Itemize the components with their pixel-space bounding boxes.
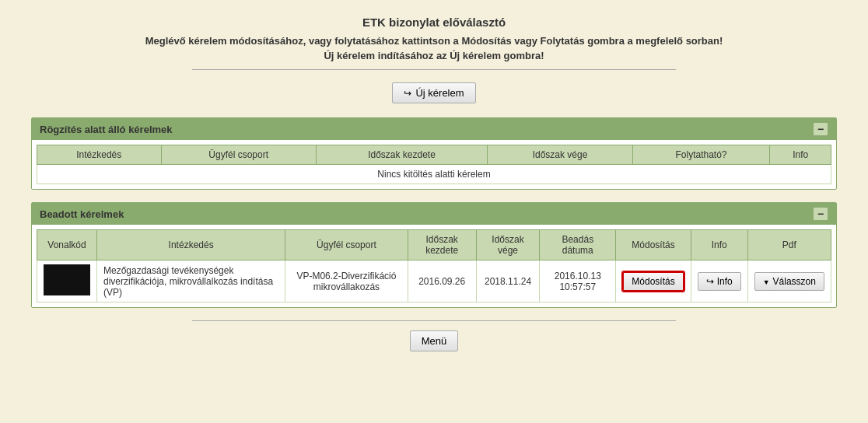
- col-info: Info: [770, 145, 831, 165]
- rogzites-no-data-message: Nincs kitöltés alatti kérelem: [37, 165, 831, 184]
- modositas-button[interactable]: Módosítás: [622, 271, 684, 292]
- info-arrow-icon: [706, 276, 714, 287]
- top-divider: [192, 69, 676, 70]
- rogzites-section-header: Rögzítés alatt álló kérelmek −: [32, 118, 836, 140]
- cell-ugyfel-csoport: VP-M06.2-Diverzifikáció mikrovállakozás: [285, 260, 408, 302]
- rogzites-section: Rögzítés alatt álló kérelmek − Intézkedé…: [31, 117, 837, 190]
- col-beadas-datuma: Beadás dátuma: [540, 230, 616, 260]
- info-label: Info: [717, 276, 733, 287]
- beadott-table: Vonalkód Intézkedés Ügyfél csoport Idősz…: [37, 229, 831, 302]
- cell-beadas-datuma: 2016.10.13 10:57:57: [540, 260, 616, 302]
- page-title: ETK bizonylat előválasztó: [31, 16, 837, 29]
- col-modositas: Módosítás: [616, 230, 691, 260]
- page-subtitle2: Új kérelem indításához az Új kérelem gom…: [31, 50, 837, 61]
- cell-info: Info: [691, 260, 747, 302]
- beadott-collapse-button[interactable]: −: [813, 207, 828, 221]
- info-button[interactable]: Info: [698, 272, 741, 291]
- arrow-icon: [404, 87, 411, 99]
- pdf-label: Válasszon: [773, 276, 816, 287]
- col-idoszak-kezdete2: Időszak kezdete: [408, 230, 476, 260]
- rogzites-section-body: Intézkedés Ügyfél csoport Időszak kezdet…: [32, 140, 836, 189]
- table-row: Mezőgazdasági tevékenységek diverzifikác…: [37, 260, 831, 302]
- col-idoszak-vege: Időszak vége: [488, 145, 632, 165]
- col-idoszak-vege2: Időszak vége: [476, 230, 540, 260]
- cell-idoszak-kezdete: 2016.09.26: [408, 260, 476, 302]
- menu-label: Menü: [422, 335, 447, 347]
- bottom-divider: [192, 320, 676, 321]
- new-request-label: Új kérelem: [415, 87, 464, 99]
- col-ugyfel-csoport2: Ügyfél csoport: [285, 230, 408, 260]
- cell-modositas: Módosítás: [616, 260, 691, 302]
- col-ugyfel-csoport: Ügyfél csoport: [161, 145, 316, 165]
- col-folytathatoe: Folytatható?: [632, 145, 770, 165]
- cell-vonalkod: [37, 260, 97, 302]
- new-request-row: Új kérelem: [31, 82, 837, 103]
- rogzites-table-header-row: Intézkedés Ügyfél csoport Időszak kezdet…: [37, 145, 831, 165]
- col-pdf: Pdf: [747, 230, 831, 260]
- page-subtitle1: Meglévő kérelem módosításához, vagy foly…: [31, 35, 837, 47]
- rogzites-no-data-row: Nincs kitöltés alatti kérelem: [37, 165, 831, 184]
- rogzites-table: Intézkedés Ügyfél csoport Időszak kezdet…: [37, 145, 831, 184]
- cell-pdf: Válasszon: [747, 260, 831, 302]
- beadott-section: Beadott kérelmek − Vonalkód Intézkedés Ü…: [31, 202, 837, 308]
- beadott-section-body: Vonalkód Intézkedés Ügyfél csoport Idősz…: [32, 225, 836, 307]
- menu-row: Menü: [31, 330, 837, 351]
- menu-button[interactable]: Menü: [410, 330, 459, 351]
- beadott-section-header: Beadott kérelmek −: [32, 203, 836, 225]
- col-info2: Info: [691, 230, 747, 260]
- triangle-down-icon: [763, 276, 770, 287]
- pdf-select-button[interactable]: Válasszon: [754, 272, 824, 291]
- rogzites-collapse-button[interactable]: −: [813, 122, 828, 136]
- rogzites-section-title: Rögzítés alatt álló kérelmek: [40, 124, 173, 135]
- cell-intezkedesek: Mezőgazdasági tevékenységek diverzifikác…: [97, 260, 285, 302]
- new-request-button[interactable]: Új kérelem: [392, 82, 475, 103]
- col-vonalkod: Vonalkód: [37, 230, 97, 260]
- beadott-section-title: Beadott kérelmek: [40, 208, 124, 220]
- col-idoszak-kezdete: Időszak kezdete: [316, 145, 488, 165]
- cell-idoszak-vege: 2018.11.24: [476, 260, 540, 302]
- col-intezkedesek: Intézkedés: [37, 145, 162, 165]
- beadott-table-header-row: Vonalkód Intézkedés Ügyfél csoport Idősz…: [37, 230, 831, 260]
- barcode-image: [44, 264, 90, 295]
- col-intezkedesek2: Intézkedés: [97, 230, 285, 260]
